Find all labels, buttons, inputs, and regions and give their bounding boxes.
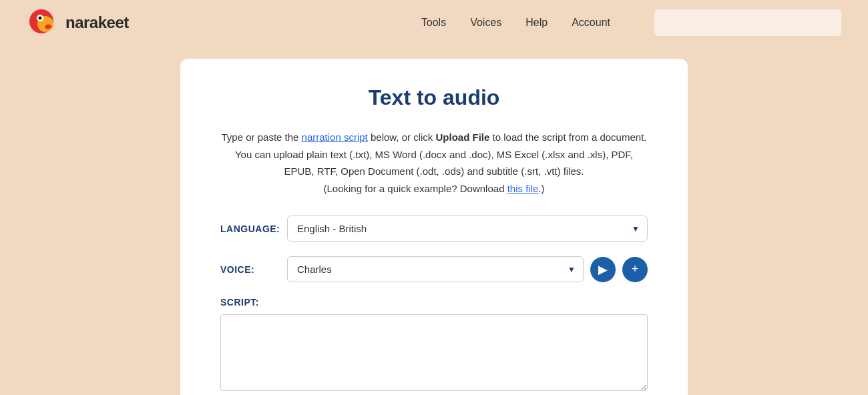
language-select-wrapper: English - British English - American Eng… [287, 216, 648, 242]
description-text: Type or paste the narration script below… [220, 129, 648, 197]
logo-text: narakeet [65, 13, 129, 32]
language-row: LANGUAGE: English - British English - Am… [220, 216, 648, 242]
voice-label: VOICE: [220, 264, 287, 275]
page-title: Text to audio [220, 85, 648, 110]
language-select[interactable]: English - British English - American Eng… [287, 216, 648, 242]
voice-select[interactable]: Charles Amy Brian Emma Joanna Matthew [287, 256, 584, 282]
narration-script-link[interactable]: narration script [302, 131, 368, 143]
voice-select-wrapper: Charles Amy Brian Emma Joanna Matthew ▼ [287, 256, 584, 282]
script-row: SCRIPT: [220, 297, 648, 391]
script-textarea[interactable] [220, 314, 648, 391]
logo-area[interactable]: narakeet [27, 7, 129, 39]
main-card: Text to audio Type or paste the narratio… [180, 59, 688, 395]
voice-row: VOICE: Charles Amy Brian Emma Joanna Mat… [220, 256, 648, 282]
language-controls: English - British English - American Eng… [287, 216, 648, 242]
voice-controls: Charles Amy Brian Emma Joanna Matthew ▼ … [287, 256, 648, 282]
language-label: LANGUAGE: [220, 224, 287, 234]
nav-tools[interactable]: Tools [421, 17, 446, 29]
nav-account[interactable]: Account [572, 17, 610, 29]
script-label: SCRIPT: [220, 297, 648, 308]
nav-cta-placeholder [654, 9, 841, 36]
example-file-link[interactable]: this file [507, 183, 539, 194]
main-nav: Tools Voices Help Account [421, 9, 841, 36]
logo-icon [27, 7, 59, 39]
add-voice-button[interactable]: + [622, 257, 648, 282]
nav-voices[interactable]: Voices [470, 17, 501, 29]
play-voice-button[interactable]: ▶ [590, 257, 616, 282]
main-container: Text to audio Type or paste the narratio… [0, 45, 868, 395]
svg-point-3 [39, 17, 42, 20]
nav-help[interactable]: Help [525, 17, 548, 29]
